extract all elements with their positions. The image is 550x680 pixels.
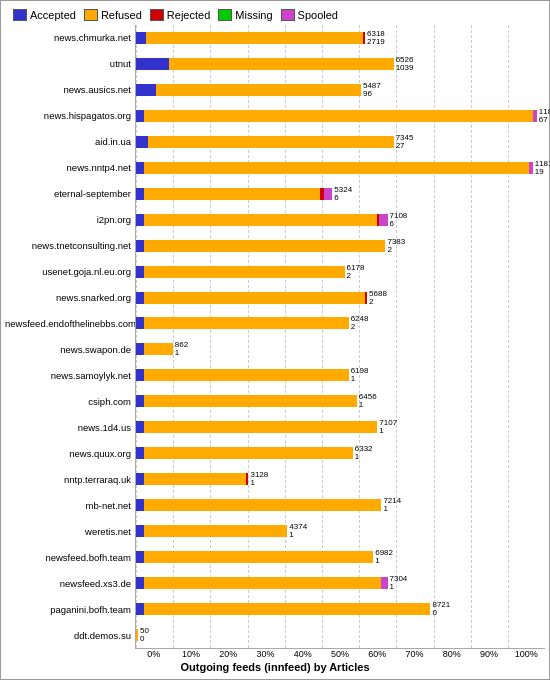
bar-label-wrap: 1184567 (539, 108, 550, 124)
spooled-segment (529, 162, 533, 174)
bar-label-wrap: 64561 (359, 393, 377, 409)
table-row: 62482 (136, 313, 545, 333)
y-label: aid.in.ua (5, 137, 131, 147)
y-label: usenet.goja.nl.eu.org (5, 267, 131, 277)
refused-segment (144, 317, 349, 329)
legend-item: Rejected (150, 9, 210, 21)
y-label: mb-net.net (5, 501, 131, 511)
bar-label-line2: 1 (359, 401, 377, 409)
bar-label-line2: 0 (432, 609, 450, 617)
bar-label-line2: 27 (396, 142, 414, 150)
x-axis-label: 60% (359, 649, 396, 659)
y-label: news.samoylyk.net (5, 371, 131, 381)
accepted-segment (136, 266, 144, 278)
table-row: 71071 (136, 417, 545, 437)
x-axis-label: 10% (172, 649, 209, 659)
bar-label-wrap: 1181919 (535, 160, 550, 176)
y-label: weretis.net (5, 527, 131, 537)
table-row: 548796 (136, 80, 545, 100)
legend-color (84, 9, 98, 21)
legend-label: Missing (235, 9, 272, 21)
refused-segment (144, 421, 377, 433)
x-axis-label: 40% (284, 649, 321, 659)
chart-area: news.chmurka.netutnutnews.ausics.netnews… (5, 25, 545, 675)
bar-label-line2: 2719 (367, 38, 385, 46)
refused-segment (144, 473, 246, 485)
legend-label: Refused (101, 9, 142, 21)
accepted-segment (136, 32, 146, 44)
accepted-segment (136, 577, 144, 589)
accepted-segment (136, 343, 144, 355)
accepted-segment (136, 421, 144, 433)
bar-label-wrap: 73832 (387, 238, 405, 254)
legend-color (150, 9, 164, 21)
x-axis-label: 20% (210, 649, 247, 659)
accepted-segment (136, 603, 144, 615)
accepted-segment (136, 58, 169, 70)
bar-label-wrap: 61981 (351, 367, 369, 383)
bar-label-line2: 1 (355, 453, 373, 461)
legend: AcceptedRefusedRejectedMissingSpooled (5, 5, 545, 25)
bars-section: news.chmurka.netutnutnews.ausics.netnews… (5, 25, 545, 649)
accepted-segment (136, 473, 144, 485)
accepted-segment (136, 136, 148, 148)
refused-segment (144, 162, 528, 174)
legend-label: Accepted (30, 9, 76, 21)
bar-label-line2: 19 (535, 168, 550, 176)
y-label: eternal-september (5, 189, 131, 199)
bar-label-wrap: 548796 (363, 82, 381, 98)
accepted-segment (136, 292, 144, 304)
legend-item: Refused (84, 9, 142, 21)
table-row: 69821 (136, 547, 545, 567)
bar-label-wrap: 87210 (432, 601, 450, 617)
table-row: 64561 (136, 391, 545, 411)
table-row: 8621 (136, 339, 545, 359)
x-axis-label: 70% (396, 649, 433, 659)
x-axis-label: 100% (508, 649, 545, 659)
table-row: 43741 (136, 521, 545, 541)
y-label: ddt.demos.su (5, 631, 131, 641)
refused-segment (144, 188, 320, 200)
y-label: news.snarked.org (5, 293, 131, 303)
x-axis-label: 0% (135, 649, 172, 659)
refused-segment (144, 343, 173, 355)
refused-segment (136, 629, 138, 641)
chart-container: AcceptedRefusedRejectedMissingSpooled ne… (0, 0, 550, 680)
table-row: 73832 (136, 236, 545, 256)
bar-label-line2: 2 (387, 246, 405, 254)
bar-label-line2: 1 (289, 531, 307, 539)
bar-label-line2: 67 (539, 116, 550, 124)
bar-label-line2: 6 (390, 220, 408, 228)
bar-label-wrap: 65261039 (396, 56, 414, 72)
y-label: newsfeed.xs3.de (5, 579, 131, 589)
table-row: 61782 (136, 262, 545, 282)
x-axis-label: 30% (247, 649, 284, 659)
bar-label-line2: 96 (363, 90, 381, 98)
bar-label-line2: 1 (379, 427, 397, 435)
refused-segment (144, 214, 377, 226)
table-row: 31281 (136, 469, 545, 489)
x-axis-label: 90% (470, 649, 507, 659)
table-row: 71086 (136, 210, 545, 230)
x-axis-label: 80% (433, 649, 470, 659)
legend-label: Spooled (298, 9, 338, 21)
bar-label-wrap: 43741 (289, 523, 307, 539)
legend-color (281, 9, 295, 21)
y-label: nntp.terraraq.uk (5, 475, 131, 485)
refused-segment (144, 369, 349, 381)
table-row: 65261039 (136, 54, 545, 74)
bar-label-wrap: 734527 (396, 134, 414, 150)
refused-segment (144, 499, 381, 511)
legend-item: Missing (218, 9, 272, 21)
table-row: 734527 (136, 132, 545, 152)
accepted-segment (136, 317, 144, 329)
bar-label-wrap: 73041 (390, 575, 408, 591)
x-axis-labels: 0%10%20%30%40%50%60%70%80%90%100% (5, 649, 545, 659)
refused-segment (156, 84, 361, 96)
bar-label-wrap: 72141 (383, 497, 401, 513)
spooled-segment (381, 577, 387, 589)
table-row: 53246 (136, 184, 545, 204)
refused-segment (144, 292, 365, 304)
y-label: paganini.bofh.team (5, 605, 131, 615)
refused-segment (144, 240, 385, 252)
